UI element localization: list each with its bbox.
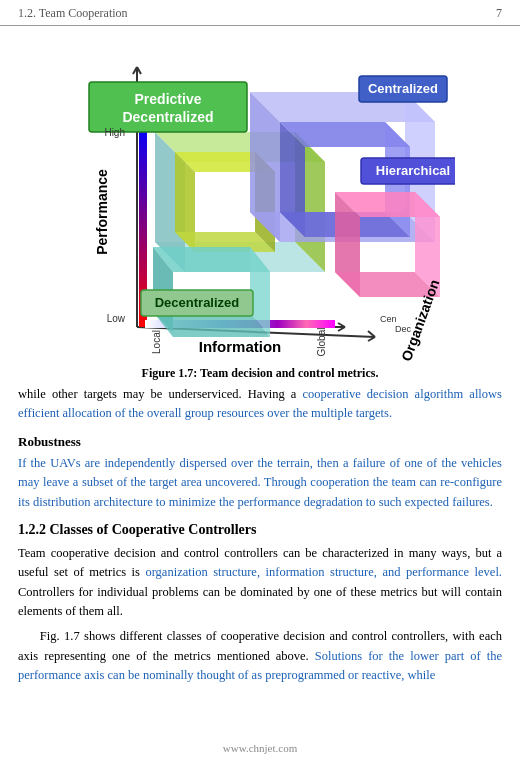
section-number: 1.2.2 — [18, 522, 46, 537]
robustness-text: If the UAVs are independently dispersed … — [18, 456, 502, 509]
svg-text:Performance: Performance — [94, 169, 110, 255]
footer-url-text: www.chnjet.com — [223, 742, 297, 754]
svg-text:Predictive: Predictive — [135, 91, 202, 107]
intro-paragraph: while other targets may be underserviced… — [18, 385, 502, 424]
figure-caption-bold: Figure 1.7: — [142, 366, 198, 380]
svg-text:Decentralized: Decentralized — [122, 109, 213, 125]
page: 1.2. Team Cooperation 7 — [0, 0, 520, 758]
figure-caption: Figure 1.7: Team decision and control me… — [142, 366, 379, 381]
header-left: 1.2. Team Cooperation — [18, 6, 128, 21]
svg-text:High: High — [104, 127, 125, 138]
section-text2-indent — [18, 629, 40, 643]
svg-text:Local: Local — [151, 330, 162, 354]
svg-text:Hierarchical: Hierarchical — [376, 163, 450, 178]
robustness-title: Robustness — [18, 434, 502, 450]
section-text2-content: Fig. 1.7 shows different classes of coop… — [18, 629, 502, 682]
section-heading: 1.2.2 Classes of Cooperative Controllers — [18, 522, 502, 538]
page-content: Decentralized Predictive Decentralized C… — [0, 32, 520, 686]
figure-caption-text: Team decision and control metrics. — [197, 366, 378, 380]
svg-text:Centralized: Centralized — [368, 81, 438, 96]
svg-text:Global: Global — [316, 328, 327, 357]
footer-url: www.chnjet.com — [0, 742, 520, 754]
svg-text:Decentralized: Decentralized — [155, 295, 240, 310]
figure-container: Decentralized Predictive Decentralized C… — [18, 32, 502, 381]
section-text1-content: Team cooperative decision and control co… — [18, 546, 502, 618]
figure-wrap: Decentralized Predictive Decentralized C… — [65, 32, 455, 362]
section-title: Classes of Cooperative Controllers — [50, 522, 257, 537]
svg-text:Low: Low — [107, 313, 126, 324]
intro-text: while other targets may be underserviced… — [18, 387, 502, 420]
robustness-paragraph: If the UAVs are independently dispersed … — [18, 454, 502, 512]
header-right: 7 — [496, 6, 502, 21]
svg-text:Information: Information — [199, 338, 282, 355]
section-text2: Fig. 1.7 shows different classes of coop… — [18, 627, 502, 685]
page-header: 1.2. Team Cooperation 7 — [0, 0, 520, 26]
figure-svg: Decentralized Predictive Decentralized C… — [65, 32, 455, 362]
section-text1: Team cooperative decision and control co… — [18, 544, 502, 622]
svg-text:Dec: Dec — [395, 324, 412, 334]
svg-text:Cen: Cen — [380, 314, 397, 324]
